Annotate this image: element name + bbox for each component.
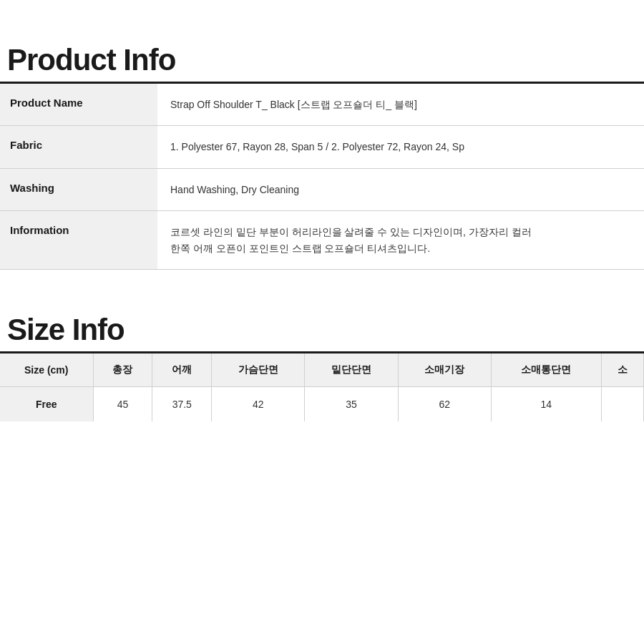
product-info-value: Hand Washing, Dry Cleaning [157, 168, 644, 210]
product-info-label: Washing [0, 168, 157, 210]
size-value: 42 [212, 386, 305, 421]
product-info-value: 코르셋 라인의 밑단 부분이 허리라인을 살려줄 수 있는 디자인이며, 가장자… [157, 211, 644, 270]
size-value: 62 [398, 386, 491, 421]
size-header-row: Size (cm)총장어깨가슴단면밑단단면소매기장소매통단면소 [0, 353, 644, 387]
size-column-header: 가슴단면 [212, 353, 305, 387]
product-info-value: 1. Polyester 67, Rayon 28, Span 5 / 2. P… [157, 126, 644, 168]
size-info-section: Size Info Size (cm)총장어깨가슴단면밑단단면소매기장소매통단면… [0, 313, 644, 421]
size-value: 14 [491, 386, 601, 421]
size-value [601, 386, 643, 421]
product-info-value: Strap Off Shoulder T_ Black [스트랩 오프숄더 티_… [157, 84, 644, 126]
product-info-title: Product Info [0, 43, 644, 77]
size-column-header: 밑단단면 [305, 353, 398, 387]
size-column-header: 총장 [93, 353, 152, 387]
product-info-row: Information코르셋 라인의 밑단 부분이 허리라인을 살려줄 수 있는… [0, 211, 644, 270]
product-info-table: Product NameStrap Off Shoulder T_ Black … [0, 84, 644, 270]
product-info-row: WashingHand Washing, Dry Cleaning [0, 168, 644, 210]
size-column-header: 어깨 [152, 353, 212, 387]
size-column-header: Size (cm) [0, 353, 93, 387]
page-container: Product Info Product NameStrap Off Shoul… [0, 0, 644, 450]
size-value: 35 [305, 386, 398, 421]
size-label: Free [0, 386, 93, 421]
size-column-header: 소매통단면 [491, 353, 601, 387]
product-info-section: Product Info Product NameStrap Off Shoul… [0, 43, 644, 270]
size-column-header: 소 [601, 353, 643, 387]
size-value: 37.5 [152, 386, 212, 421]
size-column-header: 소매기장 [398, 353, 491, 387]
size-info-title: Size Info [0, 313, 644, 347]
product-info-row: Fabric1. Polyester 67, Rayon 28, Span 5 … [0, 126, 644, 168]
product-info-label: Information [0, 211, 157, 270]
size-value: 45 [93, 386, 152, 421]
product-info-label: Fabric [0, 126, 157, 168]
product-info-label: Product Name [0, 84, 157, 126]
size-info-table: Size (cm)총장어깨가슴단면밑단단면소매기장소매통단면소 Free4537… [0, 353, 644, 421]
size-data-row: Free4537.542356214 [0, 386, 644, 421]
product-info-row: Product NameStrap Off Shoulder T_ Black … [0, 84, 644, 126]
